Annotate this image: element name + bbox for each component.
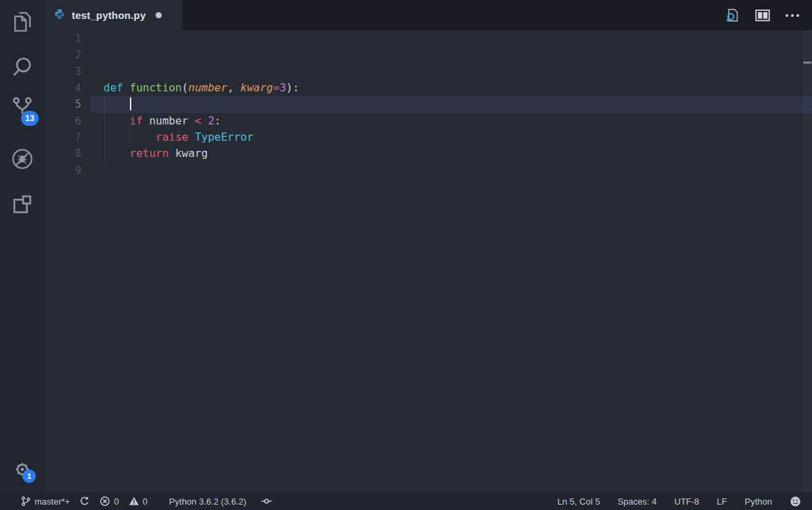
- code-token: =: [273, 81, 279, 94]
- error-count: 0: [114, 496, 118, 507]
- line-number[interactable]: 7: [44, 129, 104, 145]
- debug-icon: [9, 146, 35, 172]
- language-mode-status[interactable]: Python: [745, 496, 772, 507]
- python-icon: [53, 8, 66, 23]
- code-token: [104, 114, 130, 127]
- code-line[interactable]: 7 raise TypeError: [44, 129, 812, 145]
- code-token: [123, 81, 130, 94]
- code-token: ):: [286, 81, 299, 94]
- code-line[interactable]: 5: [44, 96, 812, 112]
- text-cursor: [130, 97, 131, 110]
- code-area[interactable]: 1234def function(number, kwarg=3):5 6 if…: [44, 30, 812, 179]
- code-token: def: [104, 81, 123, 94]
- code-token: raise: [156, 131, 188, 143]
- tab-test-python[interactable]: test_python.py: [44, 0, 183, 30]
- code-line[interactable]: 3: [44, 64, 812, 80]
- code-token: 2: [208, 114, 215, 127]
- more-actions-icon[interactable]: [784, 7, 801, 24]
- branch-label: master*+: [35, 496, 70, 507]
- modified-dot[interactable]: [156, 12, 162, 18]
- line-number[interactable]: 4: [44, 80, 104, 96]
- encoding-label: UTF-8: [675, 496, 700, 507]
- warning-icon: [129, 496, 139, 507]
- code-text: def function(number, kwarg=3):: [104, 80, 812, 96]
- overview-ruler-marker: [803, 62, 811, 64]
- feedback-button[interactable]: [790, 496, 801, 507]
- line-number[interactable]: 6: [44, 113, 104, 129]
- eol-label: LF: [717, 496, 727, 507]
- code-token: <: [195, 114, 202, 127]
- code-token: function: [130, 81, 182, 94]
- settings-button[interactable]: 1: [0, 455, 44, 484]
- code-token: kwarg: [240, 81, 273, 94]
- sidebar-item-extensions[interactable]: [0, 189, 44, 219]
- error-icon: [99, 496, 110, 507]
- code-token: ,: [227, 81, 240, 94]
- code-text: [104, 64, 812, 80]
- tab-bar: test_python.py: [44, 0, 812, 30]
- line-number[interactable]: 8: [44, 145, 104, 162]
- code-token: 3: [279, 81, 286, 94]
- encoding-status[interactable]: UTF-8: [675, 496, 700, 507]
- git-branch-status[interactable]: master*+: [20, 496, 70, 507]
- code-line[interactable]: 8 return kwarg: [44, 145, 812, 162]
- code-token: [104, 147, 130, 160]
- cursor-position-status[interactable]: Ln 5, Col 5: [558, 496, 600, 507]
- run-tests-button[interactable]: [261, 496, 272, 507]
- sidebar-item-source-control[interactable]: 13: [0, 93, 44, 123]
- sidebar-item-search[interactable]: [0, 53, 44, 83]
- code-line[interactable]: 6 if number < 2:: [44, 113, 812, 129]
- warning-count: 0: [143, 496, 148, 507]
- tab-title: test_python.py: [72, 9, 145, 21]
- code-line[interactable]: 4def function(number, kwarg=3):: [44, 80, 812, 96]
- code-token: number: [188, 81, 227, 94]
- code-token: kwarg: [168, 147, 208, 160]
- indent-guide: [104, 96, 105, 162]
- open-preview-icon[interactable]: [724, 7, 742, 24]
- line-number[interactable]: 3: [44, 64, 104, 80]
- sidebar-item-explorer[interactable]: [0, 7, 44, 37]
- code-token: [202, 114, 208, 127]
- status-bar-right: Ln 5, Col 5 Spaces: 4 UTF-8 LF Python: [558, 496, 812, 507]
- editor-actions: [724, 0, 812, 30]
- code-line[interactable]: 9: [44, 162, 812, 179]
- line-number[interactable]: 2: [44, 47, 104, 63]
- sync-button[interactable]: [79, 496, 90, 507]
- status-bar-left: master*+ 0: [0, 496, 272, 507]
- indentation-status[interactable]: Spaces: 4: [618, 496, 657, 507]
- code-line[interactable]: 2: [44, 47, 812, 63]
- python-interpreter-selector[interactable]: Python 3.6.2 (3.6.2): [169, 496, 246, 507]
- editor[interactable]: 1234def function(number, kwarg=3):5 6 if…: [44, 30, 812, 492]
- code-token: TypeError: [195, 131, 254, 143]
- commit-icon: [261, 496, 272, 507]
- code-text: [104, 47, 812, 63]
- files-icon: [9, 9, 35, 34]
- code-text: [104, 96, 812, 112]
- code-token: return: [130, 147, 169, 160]
- line-number[interactable]: 5: [44, 96, 104, 112]
- indent-guide: [130, 129, 131, 145]
- scrollbar[interactable]: [803, 30, 812, 492]
- sync-icon: [79, 496, 90, 507]
- eol-status[interactable]: LF: [717, 496, 727, 507]
- line-number[interactable]: 1: [44, 30, 104, 47]
- code-text: raise TypeError: [104, 129, 812, 145]
- vscode-window: 13: [0, 0, 812, 510]
- code-line[interactable]: 1: [44, 30, 812, 47]
- code-token: [104, 97, 130, 110]
- indentation-label: Spaces: 4: [618, 496, 657, 507]
- code-token: number: [143, 114, 195, 127]
- sidebar-item-debug[interactable]: [0, 144, 44, 174]
- code-token: (: [182, 81, 189, 94]
- line-number[interactable]: 9: [44, 162, 104, 179]
- smiley-icon: [790, 496, 801, 507]
- code-token: if: [130, 114, 143, 127]
- status-bar: master*+ 0: [0, 492, 812, 510]
- split-editor-icon[interactable]: [754, 7, 771, 24]
- interpreter-label: Python 3.6.2 (3.6.2): [169, 496, 246, 507]
- problems-status[interactable]: 0 0: [99, 496, 147, 507]
- language-label: Python: [745, 496, 772, 507]
- code-text: return kwarg: [104, 145, 812, 162]
- activity-bar: 13: [0, 0, 44, 492]
- settings-badge: 1: [22, 469, 36, 483]
